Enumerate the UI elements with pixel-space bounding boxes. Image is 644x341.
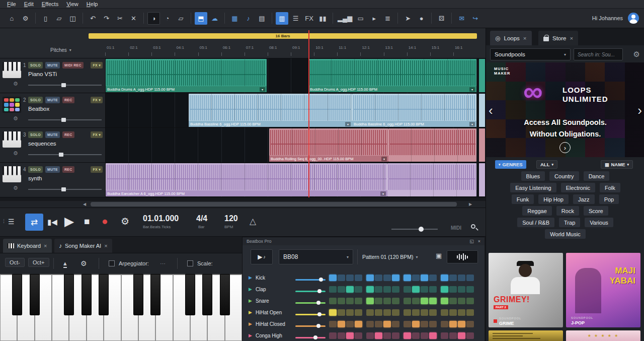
track-lane[interactable]: Buddha Bassline 6_ogg.HDP 115.00 BPM▾Bud… bbox=[106, 93, 486, 127]
step-cell[interactable] bbox=[366, 286, 374, 293]
partial-cover[interactable] bbox=[489, 330, 563, 341]
audio-clip[interactable]: Buddha Bassline 6_ogg.HDP 115.00 BPM▾ bbox=[189, 94, 352, 127]
black-key[interactable] bbox=[64, 274, 74, 315]
track-lane[interactable]: Buddha Rolling Seq 6_ogg_00..HDP 115.00 … bbox=[106, 128, 486, 162]
step-cell[interactable] bbox=[366, 275, 374, 281]
genre-button-score[interactable]: Score bbox=[584, 206, 608, 216]
undo-icon[interactable]: ↶ bbox=[87, 12, 99, 25]
track-header[interactable]: ⚙3SOLOMUTERECFX ▾sequences bbox=[0, 128, 106, 162]
step-cell[interactable] bbox=[383, 298, 391, 304]
step-cell[interactable] bbox=[412, 321, 420, 327]
stop-button[interactable]: ■ bbox=[84, 216, 90, 227]
step-cell[interactable] bbox=[412, 286, 420, 293]
track-header[interactable]: ⚙4SOLOMUTERECFX ▾synth bbox=[0, 163, 106, 197]
record-arm-button[interactable]: REC bbox=[62, 131, 74, 138]
genre-button-trap[interactable]: Trap bbox=[559, 218, 580, 227]
step-cell[interactable] bbox=[458, 321, 465, 327]
playback-settings-icon[interactable]: ⚙ bbox=[121, 216, 129, 227]
audio-clip[interactable] bbox=[387, 163, 476, 196]
row-expand-icon[interactable]: ▶ bbox=[249, 310, 252, 315]
banner-next-icon[interactable]: › bbox=[637, 103, 642, 118]
clip-menu-icon[interactable]: ▾ bbox=[260, 87, 265, 92]
open-project-icon[interactable]: ▱ bbox=[53, 12, 65, 25]
tab-keyboard[interactable]: Keyboard × bbox=[3, 239, 52, 253]
row-expand-icon[interactable]: ▶ bbox=[249, 298, 252, 303]
step-cell[interactable] bbox=[449, 332, 457, 339]
track-volume-slider[interactable] bbox=[28, 83, 102, 87]
step-cell[interactable] bbox=[329, 275, 337, 281]
step-cell[interactable] bbox=[346, 309, 354, 316]
step-cell[interactable] bbox=[355, 298, 362, 304]
step-cell[interactable] bbox=[429, 332, 437, 339]
step-cell[interactable] bbox=[421, 309, 428, 316]
step-cell[interactable] bbox=[383, 309, 391, 316]
track-lane[interactable]: Buddha Earcatcher A 6_ogg.HDP 115.00 BPM… bbox=[106, 163, 486, 197]
draw-mode-icon[interactable]: ◔ bbox=[161, 12, 174, 25]
midi-editor-icon[interactable]: ♪ bbox=[242, 12, 255, 25]
record-arm-button[interactable]: REC bbox=[62, 166, 74, 173]
step-cell[interactable] bbox=[392, 332, 399, 339]
step-cell[interactable] bbox=[392, 321, 399, 327]
step-cell[interactable] bbox=[346, 332, 354, 339]
row-volume-slider[interactable] bbox=[295, 312, 326, 316]
menu-item-help[interactable]: Help bbox=[83, 1, 102, 7]
genre-button-folk[interactable]: Folk bbox=[600, 183, 620, 192]
tab-song-maker-ai[interactable]: ♪ Song Maker AI × bbox=[54, 239, 112, 253]
step-cell[interactable] bbox=[449, 286, 457, 293]
track-volume-slider[interactable] bbox=[28, 153, 102, 157]
row-volume-slider[interactable] bbox=[295, 335, 326, 339]
step-cell[interactable] bbox=[375, 332, 382, 339]
step-cell[interactable] bbox=[466, 332, 474, 339]
step-cell[interactable] bbox=[392, 309, 399, 316]
tab-store[interactable]: Store × bbox=[538, 31, 578, 45]
step-cell[interactable] bbox=[429, 309, 437, 316]
drag-handle[interactable]: ⁞ bbox=[3, 218, 5, 224]
track-settings-icon[interactable]: ⚙ bbox=[13, 81, 18, 87]
clip-menu-icon[interactable]: ▾ bbox=[469, 87, 475, 92]
step-cell[interactable] bbox=[458, 298, 465, 304]
step-cell[interactable] bbox=[466, 286, 474, 293]
step-cell[interactable] bbox=[355, 321, 362, 327]
menu-item-edit[interactable]: Edit bbox=[20, 1, 38, 7]
random-song-icon[interactable]: ⚄ bbox=[435, 12, 448, 25]
octave-up-button[interactable]: Oct+ bbox=[28, 258, 49, 267]
step-cell[interactable] bbox=[404, 309, 411, 316]
waveform-view-button[interactable] bbox=[447, 250, 478, 263]
step-cell[interactable] bbox=[412, 332, 420, 339]
step-cell[interactable] bbox=[466, 275, 474, 281]
mute-button[interactable]: MUTE bbox=[45, 166, 60, 173]
genre-button-hip-hop[interactable]: Hip Hop bbox=[538, 194, 569, 204]
close-icon[interactable]: × bbox=[44, 243, 47, 249]
step-cell[interactable] bbox=[429, 321, 437, 327]
search-input[interactable] bbox=[574, 48, 623, 60]
menu-item-effects[interactable]: Effects bbox=[38, 1, 62, 7]
playback-mode-icon[interactable]: ◑ bbox=[147, 12, 160, 25]
black-key[interactable] bbox=[82, 274, 92, 315]
skip-to-start-button[interactable]: ▮◀ bbox=[47, 218, 57, 227]
solo-button[interactable]: SOLO bbox=[28, 166, 43, 173]
close-icon[interactable]: × bbox=[478, 239, 480, 244]
step-cell[interactable] bbox=[441, 321, 448, 327]
mute-button[interactable]: MUTE bbox=[45, 131, 60, 138]
audio-clip[interactable]: Buddha Bassline 6_ogg.HDP 115.00 BPM▾ bbox=[352, 94, 476, 127]
metronome-icon[interactable]: △ bbox=[250, 216, 256, 227]
step-cell[interactable] bbox=[383, 286, 391, 293]
feedback-mail-icon[interactable]: ✉ bbox=[455, 12, 468, 25]
scrollbar-thumb[interactable] bbox=[91, 202, 457, 207]
step-cell[interactable] bbox=[466, 298, 474, 304]
step-cell[interactable] bbox=[329, 332, 337, 339]
mute-button[interactable]: MUTE bbox=[45, 62, 60, 69]
close-icon[interactable]: × bbox=[104, 243, 107, 249]
step-cell[interactable] bbox=[449, 309, 457, 316]
black-key[interactable] bbox=[220, 274, 230, 315]
partial-cover[interactable]: ★ ★ ★ ★ ★ bbox=[566, 330, 640, 341]
step-cell[interactable] bbox=[466, 321, 474, 327]
genre-button-soul-r-b[interactable]: Soul / R&B bbox=[517, 218, 554, 227]
row-expand-icon[interactable]: ▶ bbox=[249, 333, 252, 338]
slider-knob[interactable] bbox=[319, 278, 323, 282]
mixer-icon[interactable]: ▥ bbox=[276, 12, 288, 25]
row-expand-icon[interactable]: ▶ bbox=[249, 275, 252, 280]
step-cell[interactable] bbox=[355, 309, 362, 316]
clip-menu-icon[interactable]: ▾ bbox=[381, 157, 387, 161]
step-cell[interactable] bbox=[375, 286, 382, 293]
